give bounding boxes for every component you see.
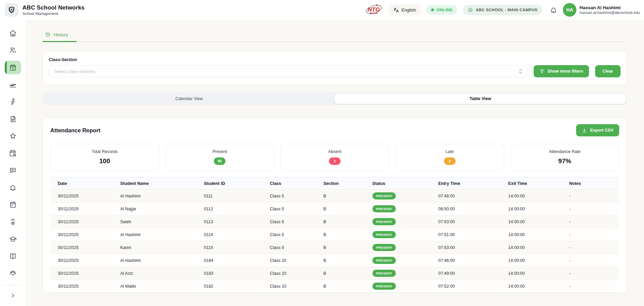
- sidebar-item-parents[interactable]: [5, 267, 21, 280]
- campus-badge[interactable]: ABC SCHOOL - MAIN CAMPUS: [463, 5, 542, 15]
- sidebar-item-favorites[interactable]: [5, 129, 21, 143]
- cell-section: B: [323, 190, 372, 203]
- cell-section: B: [323, 254, 372, 267]
- cell-class: Class 10: [270, 254, 324, 267]
- table-row: 30/11/2025 Al Najjar 0112 Class 5 B PRES…: [50, 203, 619, 215]
- stat-absent: Absent 1: [280, 144, 389, 170]
- class-section-select[interactable]: Select class-sections: [49, 65, 528, 77]
- cell-section: B: [323, 228, 372, 241]
- table-row: 30/11/2025 Al Hashimi 0184 Class 10 B PR…: [50, 254, 619, 267]
- sidebar-divider: [3, 285, 22, 285]
- stat-label: Late: [446, 149, 454, 154]
- stat-value: 100: [99, 157, 110, 165]
- class-section-label: Class-Section: [49, 57, 621, 62]
- cell-exit: 14:00:00: [508, 254, 569, 267]
- sidebar-item-library[interactable]: [5, 249, 21, 263]
- table-view-option[interactable]: Table View: [335, 94, 626, 104]
- status-badge: PRESENT: [372, 205, 396, 212]
- export-csv-label: Export CSV: [590, 128, 613, 133]
- online-label: ONLINE: [437, 8, 453, 12]
- calendar-clock-icon: [9, 150, 17, 157]
- top-header: ABC School Networks School Management NT…: [0, 0, 644, 20]
- sidebar-item-achievements[interactable]: [5, 215, 21, 229]
- cell-status: PRESENT: [372, 267, 438, 280]
- language-label: English: [402, 7, 416, 13]
- cell-id: 0114: [204, 228, 270, 241]
- cell-date: 30/11/2025: [50, 228, 120, 241]
- star-icon: [9, 132, 17, 140]
- sidebar-item-users[interactable]: [5, 44, 21, 57]
- sidebar-item-messages[interactable]: [5, 164, 21, 177]
- cell-id: 0113: [204, 215, 270, 228]
- status-badge: PRESENT: [372, 231, 396, 238]
- show-more-filters-button[interactable]: Show more filters: [534, 65, 589, 77]
- cell-name: Karim: [120, 241, 204, 254]
- sidebar-expand-button[interactable]: [5, 289, 21, 302]
- report-title: Attendance Report: [50, 127, 100, 134]
- cell-id: 0112: [204, 203, 270, 215]
- chevron-right-icon: [10, 292, 16, 299]
- sidebar-item-academics[interactable]: [5, 232, 21, 246]
- cell-date: 30/11/2025: [50, 190, 120, 203]
- sidebar-item-documents[interactable]: [5, 112, 21, 126]
- cell-notes: -: [569, 228, 619, 241]
- export-csv-button[interactable]: Export CSV: [576, 124, 619, 136]
- chat-icon: [9, 167, 17, 174]
- cell-status: PRESENT: [372, 203, 438, 215]
- col-notes: Notes: [569, 177, 619, 190]
- walking-person-icon: [9, 98, 17, 106]
- cell-class: Class 10: [270, 280, 324, 293]
- stat-attendance-rate: Attendance Rate 97%: [510, 144, 619, 170]
- bell-icon: [9, 184, 17, 191]
- cell-section: B: [323, 203, 372, 215]
- cell-exit: 14:00:00: [508, 215, 569, 228]
- location-icon: [468, 7, 473, 13]
- sidebar-item-attendance[interactable]: [5, 61, 21, 74]
- cell-id: 0111: [204, 190, 270, 203]
- class-section-placeholder: Select class-sections: [54, 69, 518, 74]
- table-row: 30/11/2025 Al Maliki 0182 Class 10 B PRE…: [50, 280, 619, 293]
- col-student-name: Student Name: [120, 177, 204, 190]
- language-selector[interactable]: English: [388, 4, 421, 16]
- clear-filters-label: Clear: [603, 69, 613, 74]
- cell-status: PRESENT: [372, 228, 438, 241]
- sidebar-item-activities[interactable]: [5, 95, 21, 109]
- col-student-id: Student ID: [204, 177, 270, 190]
- sidebar-item-events[interactable]: [5, 198, 21, 212]
- user-info: Hassan Al Hashimi hassan.al.hashimi@abcs…: [579, 5, 640, 15]
- tab-bar: History: [42, 29, 627, 42]
- campus-label: ABC SCHOOL - MAIN CAMPUS: [476, 8, 537, 12]
- sidebar-item-home[interactable]: [5, 26, 21, 40]
- col-entry-time: Entry Time: [438, 177, 508, 190]
- cell-class: Class 5: [270, 203, 324, 215]
- cell-name: Al Aziz: [120, 267, 204, 280]
- users-icon: [9, 46, 17, 54]
- stat-present-badge: 95: [214, 157, 225, 165]
- sidebar-item-schedule[interactable]: [5, 147, 21, 160]
- tab-history-label: History: [54, 32, 68, 37]
- col-class: Class: [270, 177, 324, 190]
- graduation-cap-icon: [9, 235, 17, 243]
- cell-id: 0115: [204, 241, 270, 254]
- col-date: Date: [50, 177, 120, 190]
- cell-name: Al Hashimi: [120, 254, 204, 267]
- user-profile[interactable]: HA Hassan Al Hashimi hassan.al.hashimi@a…: [563, 3, 640, 17]
- cell-date: 30/11/2025: [50, 241, 120, 254]
- cell-name: Al Najjar: [120, 203, 204, 215]
- clear-filters-button[interactable]: Clear: [595, 65, 621, 77]
- cell-entry: 07:53:00: [438, 215, 508, 228]
- calendar-view-option[interactable]: Calendar View: [43, 94, 335, 104]
- stat-label: Absent: [328, 149, 342, 154]
- app-title-block: ABC School Networks School Management: [22, 4, 85, 16]
- document-icon: [9, 115, 17, 123]
- sidebar-item-trips[interactable]: [5, 78, 21, 92]
- cell-entry: 07:49:00: [438, 267, 508, 280]
- notifications-bell-icon[interactable]: [550, 6, 557, 14]
- tab-history[interactable]: History: [42, 29, 77, 41]
- cell-status: PRESENT: [372, 254, 438, 267]
- sidebar-item-notifications[interactable]: [5, 181, 21, 194]
- select-stepper-icon: [518, 69, 522, 74]
- history-icon: [45, 32, 51, 37]
- cell-exit: 14:00:00: [508, 241, 569, 254]
- table-header-row: Date Student Name Student ID Class Secti…: [50, 177, 619, 190]
